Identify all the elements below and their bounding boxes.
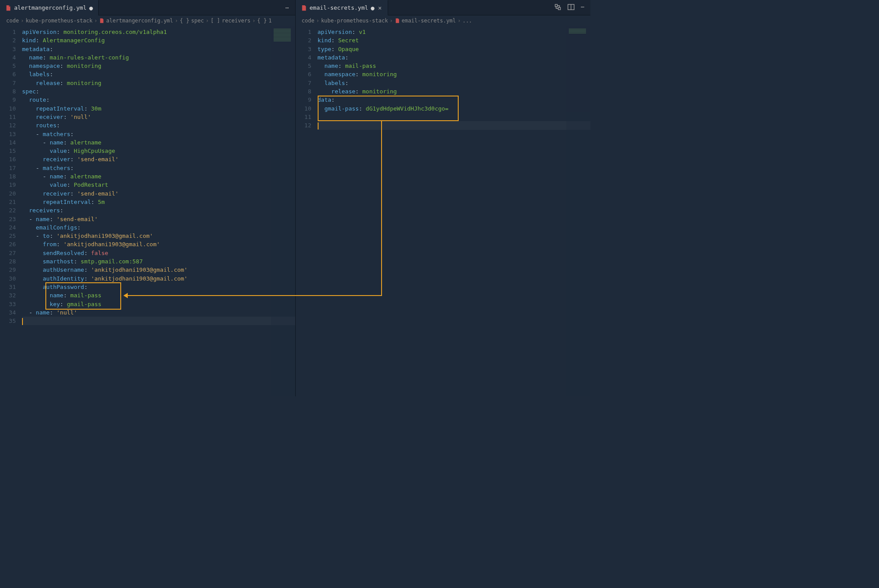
compare-changes-icon[interactable] — [554, 4, 561, 12]
breadcrumb-item[interactable]: receivers — [222, 18, 251, 24]
breadcrumb-item[interactable]: 1 — [269, 18, 272, 24]
chevron-right-icon: › — [316, 18, 319, 24]
tab-filename: email-secrets.yml — [310, 4, 368, 11]
breadcrumb-item[interactable]: code — [6, 18, 19, 24]
tab-actions-right: ⋯ — [554, 4, 590, 12]
brace-icon: { } — [180, 18, 189, 24]
left-pane: alertmangerconfig.yml ● ⋯ code › kube-pr… — [0, 0, 296, 396]
close-icon[interactable]: × — [377, 4, 382, 11]
breadcrumb-item[interactable]: spec — [191, 18, 204, 24]
brace-icon: { } — [257, 18, 267, 24]
more-actions-icon[interactable]: ⋯ — [581, 4, 584, 12]
code-area[interactable]: apiVersion: monitoring.coreos.com/v1alph… — [22, 26, 295, 396]
breadcrumb-item[interactable]: kube-prometheus-stack — [26, 18, 93, 24]
line-number-gutter: 1234567891011121314151617181920212223242… — [0, 26, 22, 396]
tab-actions-left: ⋯ — [286, 4, 295, 11]
tab-alertmanagerconfig[interactable]: alertmangerconfig.yml ● — [0, 0, 99, 15]
minimap[interactable] — [566, 26, 590, 396]
chevron-right-icon: › — [206, 18, 209, 24]
chevron-right-icon: › — [21, 18, 24, 24]
tab-filename: alertmangerconfig.yml — [14, 4, 86, 11]
yaml-file-icon — [99, 18, 104, 23]
breadcrumb-item[interactable]: kube-prometheus-stack — [321, 18, 388, 24]
modified-indicator-icon: ● — [371, 4, 375, 11]
bracket-icon: [ ] — [211, 18, 220, 24]
breadcrumb-item[interactable]: ... — [463, 18, 472, 24]
editor-body-left[interactable]: 1234567891011121314151617181920212223242… — [0, 26, 295, 396]
annotation-arrow — [381, 121, 382, 296]
annotation-arrow — [128, 295, 382, 296]
svg-rect-0 — [555, 4, 557, 7]
editor-body-right[interactable]: 123456789101112 apiVersion: v1kind: Secr… — [296, 26, 591, 396]
chevron-right-icon: › — [175, 18, 178, 24]
breadcrumb-item[interactable]: email-secrets.yml — [402, 18, 456, 24]
split-editor-icon[interactable] — [567, 4, 575, 12]
breadcrumbs-left[interactable]: code › kube-prometheus-stack › alertmang… — [0, 15, 295, 26]
yaml-file-icon — [395, 18, 400, 23]
chevron-right-icon: › — [389, 18, 393, 24]
chevron-right-icon: › — [94, 18, 97, 24]
annotation-arrow-head — [123, 293, 128, 298]
svg-rect-1 — [558, 7, 560, 10]
yaml-file-icon — [301, 5, 307, 11]
right-pane: email-secrets.yml ● × ⋯ code › kube-prom… — [296, 0, 591, 396]
code-area[interactable]: apiVersion: v1kind: Secrettype: Opaqueme… — [318, 26, 591, 396]
minimap[interactable] — [271, 26, 295, 396]
modified-indicator-icon: ● — [89, 4, 93, 11]
breadcrumbs-right[interactable]: code › kube-prometheus-stack › email-sec… — [296, 15, 591, 26]
chevron-right-icon: › — [457, 18, 460, 24]
line-number-gutter: 123456789101112 — [296, 26, 318, 396]
tabs-left: alertmangerconfig.yml ● ⋯ — [0, 0, 295, 15]
tab-email-secrets[interactable]: email-secrets.yml ● × — [296, 0, 389, 15]
tabs-right: email-secrets.yml ● × ⋯ — [296, 0, 591, 15]
breadcrumb-item[interactable]: alertmangerconfig.yml — [106, 18, 173, 24]
breadcrumb-item[interactable]: code — [302, 18, 315, 24]
editor-root: alertmangerconfig.yml ● ⋯ code › kube-pr… — [0, 0, 590, 396]
more-actions-icon[interactable]: ⋯ — [286, 4, 289, 11]
chevron-right-icon: › — [252, 18, 256, 24]
yaml-file-icon — [5, 5, 11, 11]
